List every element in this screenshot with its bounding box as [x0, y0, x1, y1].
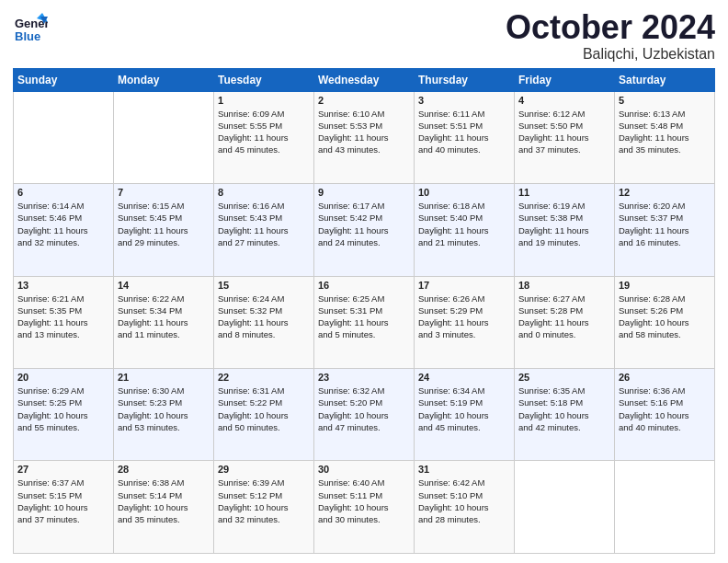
calendar-cell: 29Sunrise: 6:39 AM Sunset: 5:12 PM Dayli… — [214, 461, 314, 554]
day-number: 15 — [218, 280, 310, 291]
calendar-week-2: 6Sunrise: 6:14 AM Sunset: 5:46 PM Daylig… — [14, 184, 715, 276]
calendar-cell: 16Sunrise: 6:25 AM Sunset: 5:31 PM Dayli… — [314, 276, 415, 368]
calendar-body: 1Sunrise: 6:09 AM Sunset: 5:55 PM Daylig… — [14, 91, 715, 553]
svg-text:Blue: Blue — [15, 29, 40, 43]
day-info: Sunrise: 6:20 AM Sunset: 5:37 PM Dayligh… — [619, 200, 711, 248]
calendar-cell: 8Sunrise: 6:16 AM Sunset: 5:43 PM Daylig… — [214, 184, 314, 276]
day-number: 21 — [118, 372, 210, 383]
calendar-cell: 7Sunrise: 6:15 AM Sunset: 5:45 PM Daylig… — [114, 184, 214, 276]
calendar-cell: 5Sunrise: 6:13 AM Sunset: 5:48 PM Daylig… — [615, 91, 715, 183]
day-info: Sunrise: 6:16 AM Sunset: 5:43 PM Dayligh… — [218, 200, 310, 248]
calendar-cell: 20Sunrise: 6:29 AM Sunset: 5:25 PM Dayli… — [14, 369, 114, 461]
calendar-cell: 27Sunrise: 6:37 AM Sunset: 5:15 PM Dayli… — [14, 461, 114, 554]
day-number: 7 — [118, 187, 210, 198]
calendar-week-1: 1Sunrise: 6:09 AM Sunset: 5:55 PM Daylig… — [14, 91, 715, 183]
day-number: 17 — [418, 280, 510, 291]
day-number: 1 — [218, 95, 310, 106]
day-number: 25 — [518, 372, 610, 383]
logo-icon: General Blue — [13, 9, 48, 44]
calendar-cell — [114, 91, 214, 183]
day-number: 10 — [418, 187, 510, 198]
header: General Blue October 2024 Baliqchi, Uzbe… — [13, 9, 715, 63]
day-info: Sunrise: 6:11 AM Sunset: 5:51 PM Dayligh… — [418, 108, 510, 156]
day-info: Sunrise: 6:25 AM Sunset: 5:31 PM Dayligh… — [318, 293, 410, 341]
calendar-cell: 15Sunrise: 6:24 AM Sunset: 5:32 PM Dayli… — [214, 276, 314, 368]
calendar-cell — [615, 461, 715, 554]
col-monday: Monday — [114, 68, 214, 91]
day-info: Sunrise: 6:15 AM Sunset: 5:45 PM Dayligh… — [118, 200, 210, 248]
day-number: 20 — [17, 372, 109, 383]
day-number: 30 — [318, 464, 410, 475]
calendar-cell: 22Sunrise: 6:31 AM Sunset: 5:22 PM Dayli… — [214, 369, 314, 461]
calendar-cell: 14Sunrise: 6:22 AM Sunset: 5:34 PM Dayli… — [114, 276, 214, 368]
header-row: Sunday Monday Tuesday Wednesday Thursday… — [14, 68, 715, 91]
day-number: 4 — [518, 95, 610, 106]
calendar-cell: 23Sunrise: 6:32 AM Sunset: 5:20 PM Dayli… — [314, 369, 415, 461]
col-thursday: Thursday — [415, 68, 515, 91]
page: General Blue October 2024 Baliqchi, Uzbe… — [0, 0, 728, 563]
day-number: 2 — [318, 95, 410, 106]
day-info: Sunrise: 6:28 AM Sunset: 5:26 PM Dayligh… — [619, 293, 711, 341]
day-info: Sunrise: 6:30 AM Sunset: 5:23 PM Dayligh… — [118, 385, 210, 433]
col-friday: Friday — [515, 68, 615, 91]
day-number: 11 — [518, 187, 610, 198]
calendar-cell: 28Sunrise: 6:38 AM Sunset: 5:14 PM Dayli… — [114, 461, 214, 554]
day-number: 14 — [118, 280, 210, 291]
calendar-cell: 19Sunrise: 6:28 AM Sunset: 5:26 PM Dayli… — [615, 276, 715, 368]
calendar-cell: 2Sunrise: 6:10 AM Sunset: 5:53 PM Daylig… — [314, 91, 415, 183]
calendar-cell — [14, 91, 114, 183]
day-info: Sunrise: 6:13 AM Sunset: 5:48 PM Dayligh… — [619, 108, 711, 156]
day-info: Sunrise: 6:27 AM Sunset: 5:28 PM Dayligh… — [518, 293, 610, 341]
calendar-cell: 31Sunrise: 6:42 AM Sunset: 5:10 PM Dayli… — [415, 461, 515, 554]
day-number: 28 — [118, 464, 210, 475]
day-info: Sunrise: 6:26 AM Sunset: 5:29 PM Dayligh… — [418, 293, 510, 341]
day-number: 16 — [318, 280, 410, 291]
day-info: Sunrise: 6:18 AM Sunset: 5:40 PM Dayligh… — [418, 200, 510, 248]
day-number: 23 — [318, 372, 410, 383]
day-info: Sunrise: 6:17 AM Sunset: 5:42 PM Dayligh… — [318, 200, 410, 248]
day-number: 8 — [218, 187, 310, 198]
logo-area: General Blue — [13, 9, 48, 44]
calendar-cell: 4Sunrise: 6:12 AM Sunset: 5:50 PM Daylig… — [515, 91, 615, 183]
calendar-cell: 17Sunrise: 6:26 AM Sunset: 5:29 PM Dayli… — [415, 276, 515, 368]
calendar-header: Sunday Monday Tuesday Wednesday Thursday… — [14, 68, 715, 91]
calendar-cell: 18Sunrise: 6:27 AM Sunset: 5:28 PM Dayli… — [515, 276, 615, 368]
day-number: 5 — [619, 95, 711, 106]
day-info: Sunrise: 6:35 AM Sunset: 5:18 PM Dayligh… — [518, 385, 610, 433]
calendar-cell: 26Sunrise: 6:36 AM Sunset: 5:16 PM Dayli… — [615, 369, 715, 461]
calendar-cell: 12Sunrise: 6:20 AM Sunset: 5:37 PM Dayli… — [615, 184, 715, 276]
logo-container: General Blue — [13, 9, 48, 44]
subtitle: Baliqchi, Uzbekistan — [506, 46, 715, 63]
calendar-cell: 10Sunrise: 6:18 AM Sunset: 5:40 PM Dayli… — [415, 184, 515, 276]
day-number: 9 — [318, 187, 410, 198]
col-tuesday: Tuesday — [214, 68, 314, 91]
day-info: Sunrise: 6:36 AM Sunset: 5:16 PM Dayligh… — [619, 385, 711, 433]
day-info: Sunrise: 6:34 AM Sunset: 5:19 PM Dayligh… — [418, 385, 510, 433]
calendar-cell: 30Sunrise: 6:40 AM Sunset: 5:11 PM Dayli… — [314, 461, 415, 554]
day-number: 22 — [218, 372, 310, 383]
day-info: Sunrise: 6:19 AM Sunset: 5:38 PM Dayligh… — [518, 200, 610, 248]
day-number: 3 — [418, 95, 510, 106]
col-saturday: Saturday — [615, 68, 715, 91]
day-info: Sunrise: 6:29 AM Sunset: 5:25 PM Dayligh… — [17, 385, 109, 433]
calendar-week-4: 20Sunrise: 6:29 AM Sunset: 5:25 PM Dayli… — [14, 369, 715, 461]
calendar-cell: 9Sunrise: 6:17 AM Sunset: 5:42 PM Daylig… — [314, 184, 415, 276]
day-info: Sunrise: 6:14 AM Sunset: 5:46 PM Dayligh… — [17, 200, 109, 248]
day-info: Sunrise: 6:22 AM Sunset: 5:34 PM Dayligh… — [118, 293, 210, 341]
day-number: 26 — [619, 372, 711, 383]
day-info: Sunrise: 6:40 AM Sunset: 5:11 PM Dayligh… — [318, 477, 410, 525]
calendar-cell: 11Sunrise: 6:19 AM Sunset: 5:38 PM Dayli… — [515, 184, 615, 276]
main-title: October 2024 — [506, 9, 715, 46]
calendar-cell: 25Sunrise: 6:35 AM Sunset: 5:18 PM Dayli… — [515, 369, 615, 461]
calendar-week-3: 13Sunrise: 6:21 AM Sunset: 5:35 PM Dayli… — [14, 276, 715, 368]
calendar-cell: 1Sunrise: 6:09 AM Sunset: 5:55 PM Daylig… — [214, 91, 314, 183]
day-number: 13 — [17, 280, 109, 291]
day-info: Sunrise: 6:21 AM Sunset: 5:35 PM Dayligh… — [17, 293, 109, 341]
day-info: Sunrise: 6:39 AM Sunset: 5:12 PM Dayligh… — [218, 477, 310, 525]
day-number: 18 — [518, 280, 610, 291]
calendar-cell — [515, 461, 615, 554]
day-info: Sunrise: 6:37 AM Sunset: 5:15 PM Dayligh… — [17, 477, 109, 525]
calendar-table: Sunday Monday Tuesday Wednesday Thursday… — [13, 68, 715, 554]
title-area: October 2024 Baliqchi, Uzbekistan — [506, 9, 715, 63]
day-number: 27 — [17, 464, 109, 475]
